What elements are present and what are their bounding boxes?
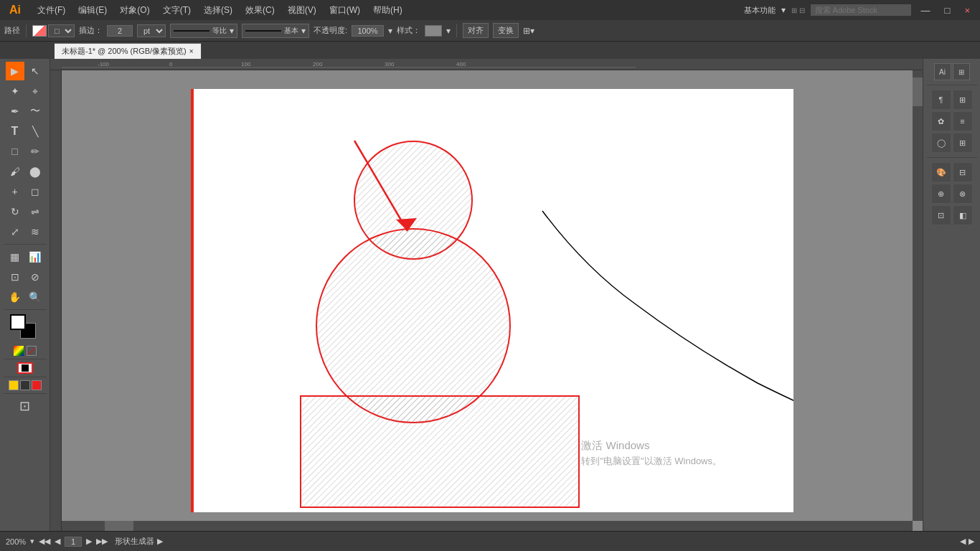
type-tool[interactable]: T: [6, 122, 24, 141]
tab-document[interactable]: 未标题-1* @ 200% (RGB/像素预览) ×: [55, 43, 202, 59]
right-icon-tool6[interactable]: ◧: [953, 205, 973, 225]
align-button[interactable]: 对齐: [463, 23, 489, 38]
minimize-button[interactable]: —: [917, 5, 935, 16]
menu-effect[interactable]: 效果(C): [240, 3, 281, 18]
tool-sep-3: [4, 359, 47, 359]
tool-row-shape: □ ✏: [6, 142, 44, 161]
status-arrow-right[interactable]: ▶: [157, 537, 163, 546]
menu-help[interactable]: 帮助(H): [367, 3, 408, 18]
yellow-swatch[interactable]: [9, 380, 19, 390]
stroke-weight-input[interactable]: [107, 25, 133, 37]
right-icon-menu[interactable]: ≡: [953, 111, 973, 131]
color-boxes: [7, 314, 43, 342]
statusbar-center: 形状生成器 ▶: [115, 536, 953, 547]
right-icon-appearance[interactable]: ✿: [931, 111, 951, 131]
right-icon-tool2[interactable]: ⊟: [953, 162, 973, 182]
scrollbar-bottom[interactable]: [62, 521, 913, 531]
stroke-style-dropdown[interactable]: ▾: [230, 26, 234, 36]
tab-close-button[interactable]: ×: [189, 47, 194, 55]
zoom-tool[interactable]: 🔍: [26, 288, 44, 306]
rotate-tool[interactable]: ↻: [6, 202, 24, 221]
add-anchor-tool[interactable]: +: [6, 182, 24, 201]
close-button[interactable]: ×: [960, 5, 974, 16]
page-input[interactable]: [65, 537, 82, 547]
prev-button[interactable]: ◀: [55, 537, 60, 546]
selection-tool[interactable]: ▶: [6, 62, 24, 80]
right-icon-tool1[interactable]: 🎨: [931, 162, 951, 182]
large-circle-shape[interactable]: [316, 229, 510, 423]
opacity-input[interactable]: [352, 25, 384, 37]
workspace-dropdown-icon[interactable]: ▾: [781, 5, 786, 15]
windows-subtitle: 转到"电脑设置"以激活 Windows。: [581, 454, 722, 469]
line-tool[interactable]: ╲: [26, 122, 44, 141]
stroke-box[interactable]: [17, 362, 33, 374]
stroke-unit-select[interactable]: pt: [137, 24, 166, 37]
blob-brush-tool[interactable]: ⬤: [26, 162, 44, 181]
right-icon-transform[interactable]: ⊞: [953, 90, 973, 110]
menu-edit[interactable]: 编辑(E): [72, 3, 113, 18]
red-swatch[interactable]: [32, 380, 42, 390]
eraser-tool[interactable]: ◻: [26, 182, 44, 201]
screen-mode-tool[interactable]: ⊡: [16, 397, 34, 415]
menu-view[interactable]: 视图(V): [282, 3, 322, 18]
right-icon-circle[interactable]: ◯: [931, 133, 951, 153]
pencil-tool[interactable]: ✏: [26, 142, 44, 161]
slice-tool[interactable]: ⊘: [26, 268, 44, 286]
stock-search-input[interactable]: [811, 4, 911, 16]
windows-title: 激活 Windows: [581, 437, 722, 454]
color-mode-row: [9, 380, 42, 390]
style-swatch[interactable]: [425, 25, 442, 37]
right-icon-paragraph[interactable]: ¶: [931, 90, 951, 110]
right-panel-grid-icon[interactable]: ⊞: [953, 63, 970, 80]
fill-color[interactable]: [10, 314, 26, 330]
stroke-type-dropdown[interactable]: ▾: [301, 26, 306, 36]
tab-label: 未标题-1* @ 200% (RGB/像素预览): [62, 46, 187, 57]
scale-tool[interactable]: ⤢: [6, 222, 24, 241]
paintbrush-tool[interactable]: 🖌: [6, 162, 24, 181]
statusbar-btn-right[interactable]: ▶: [969, 537, 974, 546]
rectangle-shape[interactable]: [301, 396, 579, 507]
next-button[interactable]: ▶: [86, 537, 92, 546]
rectangle-tool[interactable]: □: [6, 142, 24, 161]
graph-tool[interactable]: ▦: [6, 248, 24, 266]
artboard-tool[interactable]: ⊡: [6, 268, 24, 286]
right-icon-tool3[interactable]: ⊕: [931, 184, 951, 204]
menu-text[interactable]: 文字(T): [157, 3, 197, 18]
statusbar-btn-left[interactable]: ◀: [960, 537, 966, 546]
transform-button[interactable]: 变换: [493, 23, 519, 38]
right-panel-ai-icon[interactable]: Ai: [934, 63, 951, 80]
menu-file[interactable]: 文件(F): [32, 3, 71, 18]
scrollbar-thumb-bottom[interactable]: [105, 521, 133, 531]
right-icon-tool5[interactable]: ⊡: [931, 205, 951, 225]
menu-select[interactable]: 选择(S): [198, 3, 238, 18]
no-fill-swatch[interactable]: [27, 346, 37, 356]
pen-tool[interactable]: ✒: [6, 102, 24, 121]
hand-tool[interactable]: ✋: [6, 288, 24, 306]
style-dropdown[interactable]: ▾: [446, 26, 451, 36]
stroke-color-swatch[interactable]: [32, 25, 47, 37]
menu-object[interactable]: 对象(O): [114, 3, 155, 18]
toolbar-more-button[interactable]: ⊞▾: [523, 26, 534, 36]
opacity-dropdown[interactable]: ▾: [388, 26, 392, 36]
magic-wand-tool[interactable]: ✦: [6, 82, 24, 100]
menu-window[interactable]: 窗口(W): [324, 3, 366, 18]
scrollbar-thumb-right[interactable]: [913, 77, 923, 106]
direct-selection-tool[interactable]: ↖: [26, 62, 44, 80]
scrollbar-right[interactable]: [913, 70, 923, 521]
dark-swatch[interactable]: [20, 380, 30, 390]
curvature-tool[interactable]: 〜: [26, 102, 44, 121]
warp-tool[interactable]: ≋: [26, 222, 44, 241]
lasso-tool[interactable]: ⌖: [26, 82, 44, 100]
next-page-button[interactable]: ▶▶: [96, 537, 108, 546]
gradient-swatch[interactable]: [14, 346, 24, 356]
right-icon-layers[interactable]: ⊞: [953, 133, 973, 153]
prev-page-button[interactable]: ◀◀: [39, 537, 50, 546]
stroke-shape-select[interactable]: □: [48, 24, 75, 37]
zoom-dropdown[interactable]: ▾: [30, 537, 34, 546]
diagonal-curve-path: [542, 211, 793, 455]
reflect-tool[interactable]: ⇌: [26, 202, 44, 221]
right-icon-tool4[interactable]: ⊗: [953, 184, 973, 204]
canvas-area[interactable]: -100 0 100 200 300 400: [50, 59, 923, 531]
bar-graph-tool[interactable]: 📊: [26, 248, 44, 266]
maximize-button[interactable]: □: [941, 5, 955, 16]
